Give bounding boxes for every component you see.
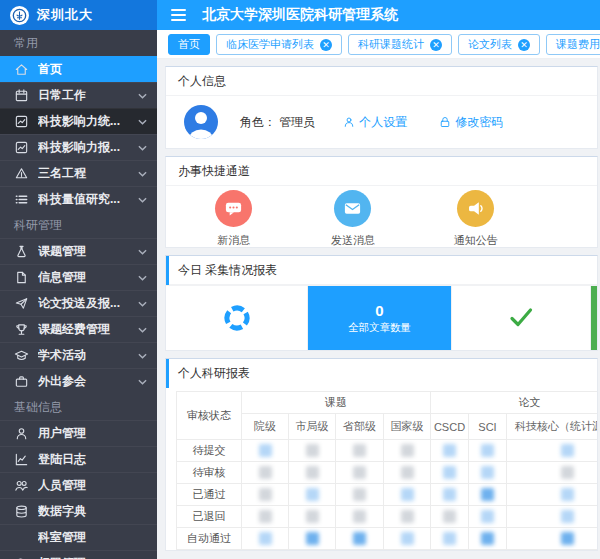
- report-cell-value[interactable]: [306, 532, 319, 545]
- report-cell-value[interactable]: [353, 444, 366, 457]
- report-cell-value[interactable]: [481, 510, 494, 523]
- check-icon: [508, 306, 534, 330]
- column-header: SCI: [469, 414, 507, 440]
- sidebar-item-tech-influence-stats[interactable]: 科技影响力统...: [0, 108, 157, 134]
- sidebar-item-department-management[interactable]: 科室管理: [0, 524, 157, 550]
- graduation-cap-icon: [14, 348, 29, 363]
- sidebar-item-tech-value-research[interactable]: 科技量值研究...: [0, 186, 157, 212]
- report-cell-value[interactable]: [561, 488, 574, 501]
- sidebar-item-permission-management[interactable]: 权限管理: [0, 550, 157, 559]
- personal-research-panel: 个人科研报表 审核状态 课题 论文: [165, 358, 598, 551]
- sidebar-item-user-management[interactable]: 用户管理: [0, 420, 157, 446]
- new-message-button[interactable]: 新消息: [215, 190, 252, 248]
- report-cell-value[interactable]: [401, 510, 414, 523]
- close-icon[interactable]: ✕: [320, 39, 332, 51]
- report-cell-value[interactable]: [443, 532, 456, 545]
- report-cell-value[interactable]: [259, 510, 272, 523]
- sidebar-item-label: 科技影响力统...: [38, 113, 138, 130]
- column-header: 市局级: [289, 414, 336, 440]
- tab-home[interactable]: 首页: [168, 34, 210, 55]
- app-window: 深圳北大 北京大学深圳医院科研管理系统 常用 首页 日常工作 科技影响力统...: [0, 0, 600, 559]
- report-cell-value[interactable]: [443, 466, 456, 479]
- report-cell-value[interactable]: [306, 466, 319, 479]
- send-message-button[interactable]: 发送消息: [331, 190, 375, 248]
- report-cell-value[interactable]: [443, 488, 456, 501]
- report-cell-value[interactable]: [259, 466, 272, 479]
- sidebar-item-project-management[interactable]: 课题管理: [0, 238, 157, 264]
- sidebar-item-label: 权限管理: [38, 555, 147, 559]
- report-cell-value[interactable]: [443, 444, 456, 457]
- report-cell-value[interactable]: [353, 466, 366, 479]
- sidebar-item-info-management[interactable]: 信息管理: [0, 264, 157, 290]
- report-cell-value[interactable]: [306, 488, 319, 501]
- close-icon[interactable]: ✕: [430, 39, 442, 51]
- tab-paper-list[interactable]: 论文列表✕: [458, 34, 540, 55]
- chevron-down-icon: [138, 145, 147, 151]
- column-group-papers: 论文: [431, 392, 598, 414]
- chart-box-icon: [14, 140, 29, 155]
- row-label: 自动通过: [177, 528, 242, 550]
- report-cell-value[interactable]: [481, 466, 494, 479]
- app-title: 北京大学深圳医院科研管理系统: [202, 6, 398, 24]
- report-cell-value[interactable]: [259, 444, 272, 457]
- report-cell-value[interactable]: [443, 510, 456, 523]
- report-cell-value[interactable]: [561, 510, 574, 523]
- megaphone-icon: [457, 190, 494, 227]
- report-cell-value[interactable]: [306, 444, 319, 457]
- sidebar-item-project-funding[interactable]: 课题经费管理: [0, 316, 157, 342]
- sidebar-item-data-dictionary[interactable]: 数据字典: [0, 498, 157, 524]
- report-cell-value[interactable]: [353, 488, 366, 501]
- avatar: [184, 105, 218, 139]
- all-articles-stat[interactable]: 0 全部文章数量: [308, 286, 451, 350]
- sidebar-item-home[interactable]: 首页: [0, 56, 157, 82]
- report-cell-value[interactable]: [306, 510, 319, 523]
- notice-announcement-button[interactable]: 通知公告: [454, 190, 498, 248]
- sidebar-item-conference[interactable]: 外出参会: [0, 368, 157, 394]
- table-row: 待提交: [177, 440, 598, 462]
- report-cell-value[interactable]: [561, 466, 574, 479]
- report-cell-value[interactable]: [259, 532, 272, 545]
- report-cell-value[interactable]: [481, 488, 494, 501]
- tab-clinical-application-list[interactable]: 临床医学申请列表✕: [216, 34, 342, 55]
- sidebar-item-academic-activity[interactable]: 学术活动: [0, 342, 157, 368]
- sidebar-item-daily-work[interactable]: 日常工作: [0, 82, 157, 108]
- trophy-icon: [14, 322, 29, 337]
- report-cell-value[interactable]: [401, 444, 414, 457]
- report-cell-value[interactable]: [561, 444, 574, 457]
- report-cell-value[interactable]: [481, 444, 494, 457]
- close-icon[interactable]: ✕: [518, 39, 530, 51]
- column-header: CSCD: [431, 414, 469, 440]
- chevron-down-icon: [138, 301, 147, 307]
- tab-label: 论文列表: [468, 37, 512, 52]
- tab-research-project-stats[interactable]: 科研课题统计✕: [348, 34, 452, 55]
- personal-settings-link[interactable]: 个人设置: [343, 114, 407, 131]
- tab-project-fee-report[interactable]: 课题费用报表✕: [546, 34, 600, 55]
- sidebar-item-three-famous-project[interactable]: 三名工程: [0, 160, 157, 186]
- user-icon: [343, 116, 355, 128]
- row-label: 待提交: [177, 440, 242, 462]
- report-cell-value[interactable]: [401, 466, 414, 479]
- change-password-link[interactable]: 修改密码: [439, 114, 503, 131]
- sidebar-item-label: 科室管理: [38, 529, 147, 546]
- sidebar-item-personnel-management[interactable]: 人员管理: [0, 472, 157, 498]
- chevron-down-icon: [138, 379, 147, 385]
- document-icon: [14, 270, 29, 285]
- role-text: 角色： 管理员: [240, 114, 315, 131]
- report-cell-value[interactable]: [401, 488, 414, 501]
- sidebar-item-label: 论文投送及报...: [38, 295, 138, 312]
- report-cell-value[interactable]: [353, 532, 366, 545]
- report-cell-value[interactable]: [561, 532, 574, 545]
- panel-title: 个人科研报表: [166, 359, 597, 388]
- sidebar-item-label: 科技量值研究...: [38, 191, 138, 208]
- panel-title: 个人信息: [166, 67, 597, 96]
- sidebar-item-tech-influence-report[interactable]: 科技影响力报...: [0, 134, 157, 160]
- table-row: 已通过: [177, 484, 598, 506]
- sidebar-item-paper-submission[interactable]: 论文投送及报...: [0, 290, 157, 316]
- report-cell-value[interactable]: [481, 532, 494, 545]
- report-cell-value[interactable]: [401, 532, 414, 545]
- report-cell-value[interactable]: [353, 510, 366, 523]
- sidebar-item-login-log[interactable]: 登陆日志: [0, 446, 157, 472]
- report-cell-value[interactable]: [259, 488, 272, 501]
- menu-toggle-icon[interactable]: [171, 9, 186, 21]
- tab-label: 临床医学申请列表: [226, 37, 314, 52]
